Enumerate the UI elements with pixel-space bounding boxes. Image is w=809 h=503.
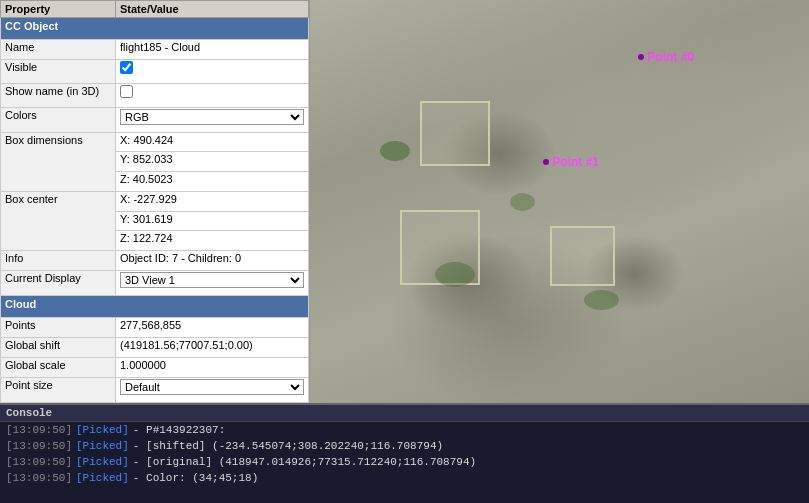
box-dim-y: Y: 852.033 <box>116 152 309 172</box>
info-value: Object ID: 7 - Children: 0 <box>116 251 309 271</box>
point-size-label: Point size <box>1 377 116 402</box>
console-header: Console <box>0 405 809 422</box>
global-scale-label: Global scale <box>1 358 116 378</box>
table-row: Show name (in 3D) <box>1 83 309 107</box>
colors-value[interactable]: RGB Height Intensity <box>116 107 309 132</box>
log-tag-3: [Picked] <box>76 472 129 484</box>
point-size-value[interactable]: Default 1 2 3 4 <box>116 377 309 402</box>
log-timestamp-0: [13:09:50] <box>6 424 72 436</box>
box-center-label: Box center <box>1 191 116 250</box>
point-label-0: Point #0 <box>638 50 694 64</box>
colors-select[interactable]: RGB Height Intensity <box>120 109 304 125</box>
name-label: Name <box>1 40 116 60</box>
name-value: flight185 - Cloud <box>116 40 309 60</box>
point-dot-1 <box>543 159 549 165</box>
table-row: Box center X: -227.929 <box>1 191 309 211</box>
point-size-select[interactable]: Default 1 2 3 4 <box>120 379 304 395</box>
table-row: Visible <box>1 60 309 84</box>
current-display-select[interactable]: 3D View 1 3D View 2 <box>120 272 304 288</box>
table-row: Current Display 3D View 1 3D View 2 <box>1 271 309 296</box>
table-row: Global scale 1.000000 <box>1 358 309 378</box>
table-row: Global shift (419181.56;77007.51;0.00) <box>1 338 309 358</box>
info-label: Info <box>1 251 116 271</box>
global-scale-value: 1.000000 <box>116 358 309 378</box>
box-dim-z: Z: 40.5023 <box>116 172 309 192</box>
visible-label: Visible <box>1 60 116 84</box>
log-tag-2: [Picked] <box>76 456 129 468</box>
table-row: Colors RGB Height Intensity <box>1 107 309 132</box>
colors-label: Colors <box>1 107 116 132</box>
vegetation-patch <box>584 290 619 310</box>
log-timestamp-3: [13:09:50] <box>6 472 72 484</box>
log-msg-3: - Color: (34;45;18) <box>133 472 258 484</box>
log-msg-2: - [original] (418947.014926;77315.712240… <box>133 456 476 468</box>
vegetation-patch <box>435 262 475 287</box>
showname-value[interactable] <box>116 83 309 107</box>
table-row: Info Object ID: 7 - Children: 0 <box>1 251 309 271</box>
log-tag-0: [Picked] <box>76 424 129 436</box>
current-display-value[interactable]: 3D View 1 3D View 2 <box>116 271 309 296</box>
log-msg-0: - P#143922307: <box>133 424 225 436</box>
structure-square-3 <box>550 226 615 286</box>
global-shift-label: Global shift <box>1 338 116 358</box>
viewport-canvas[interactable]: Point #0 Point #1 <box>310 0 809 403</box>
console-panel: Console [13:09:50] [Picked] - P#14392230… <box>0 403 809 503</box>
box-center-y: Y: 301.619 <box>116 211 309 231</box>
statevalue-col-header: State/Value <box>116 1 309 18</box>
box-center-z: Z: 122.724 <box>116 231 309 251</box>
table-row: Points 277,568,855 <box>1 318 309 338</box>
properties-panel: Property State/Value CC Object Name flig… <box>0 0 310 403</box>
log-msg-1: - [shifted] (-234.545074;308.202240;116.… <box>133 440 443 452</box>
visible-value[interactable] <box>116 60 309 84</box>
showname-label: Show name (in 3D) <box>1 83 116 107</box>
properties-table: Property State/Value CC Object Name flig… <box>0 0 309 403</box>
current-display-label: Current Display <box>1 271 116 296</box>
box-center-x: X: -227.929 <box>116 191 309 211</box>
log-timestamp-2: [13:09:50] <box>6 456 72 468</box>
table-row: Name flight185 - Cloud <box>1 40 309 60</box>
console-log-0: [13:09:50] [Picked] - P#143922307: <box>0 422 809 438</box>
point-dot-0 <box>638 54 644 60</box>
viewport-panel[interactable]: Point #0 Point #1 <box>310 0 809 403</box>
structure-square-1 <box>420 101 490 166</box>
cc-object-section-header: CC Object <box>1 18 309 40</box>
console-log-2: [13:09:50] [Picked] - [original] (418947… <box>0 454 809 470</box>
box-dimensions-label: Box dimensions <box>1 132 116 191</box>
property-col-header: Property <box>1 1 116 18</box>
vegetation-patch <box>380 141 410 161</box>
log-tag-1: [Picked] <box>76 440 129 452</box>
console-log-1: [13:09:50] [Picked] - [shifted] (-234.54… <box>0 438 809 454</box>
points-value: 277,568,855 <box>116 318 309 338</box>
vegetation-patch <box>510 193 535 211</box>
point-label-1: Point #1 <box>543 155 599 169</box>
visible-checkbox[interactable] <box>120 61 133 74</box>
cloud-section-header: Cloud <box>1 296 309 318</box>
showname-checkbox[interactable] <box>120 85 133 98</box>
log-timestamp-1: [13:09:50] <box>6 440 72 452</box>
table-row: Box dimensions X: 490.424 <box>1 132 309 152</box>
points-label: Points <box>1 318 116 338</box>
box-dim-x: X: 490.424 <box>116 132 309 152</box>
table-row: Point size Default 1 2 3 4 <box>1 377 309 402</box>
global-shift-value: (419181.56;77007.51;0.00) <box>116 338 309 358</box>
console-log-3: [13:09:50] [Picked] - Color: (34;45;18) <box>0 470 809 486</box>
